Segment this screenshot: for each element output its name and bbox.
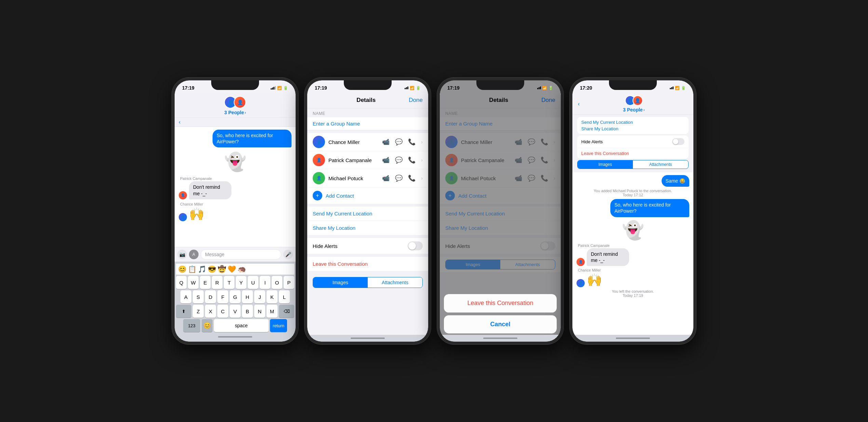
video-icon-chance-2[interactable]: 📹 [382,138,390,146]
done-button-2[interactable]: Done [409,97,423,104]
chevron-chance-2: › [421,139,423,145]
key-c[interactable]: C [217,305,228,318]
bottom-bar-4 [572,335,693,342]
attachments-tab-2[interactable]: Attachments [368,277,422,288]
key-b[interactable]: B [242,305,253,318]
nav-bar-2: Back Details Done [307,93,428,108]
leave-conversation-button-3[interactable]: Leave this Conversation [444,294,557,313]
send-location-2[interactable]: Send My Current Location [307,207,428,221]
key-i[interactable]: I [260,276,270,289]
avatar-patrick-2: 👤 [313,154,325,166]
key-s[interactable]: S [193,290,204,303]
chat-header-1[interactable]: 👤 👤 3 People › [175,93,296,118]
signal-icon-3 [537,87,541,89]
bubble-dontremind-4: Don't remind me -_- [587,248,629,266]
message-incoming-1: Patrick Campanale 👤 Don't remind me -_- [179,176,291,199]
status-icons-3: 📶 🔋 [537,86,553,90]
bubble-same-4: Same 😂 [662,175,689,187]
back-button-1[interactable]: ‹ [179,119,180,125]
send-location-4[interactable]: Send My Current Location [581,119,684,126]
message-input-1[interactable]: Message [201,249,281,260]
key-q[interactable]: Q [176,276,187,289]
avatar-patrick-1: 👤 [179,191,187,199]
key-z[interactable]: Z [193,305,204,318]
key-e[interactable]: E [200,276,211,289]
key-emoji[interactable]: 😊 [202,319,213,332]
segment-control-2: Images Attachments [313,277,423,288]
mic-icon-1[interactable]: 🎤 [283,250,293,259]
key-h[interactable]: H [242,290,253,303]
avatar-chance-1: 👤 [179,213,187,221]
key-n[interactable]: N [254,305,265,318]
time-3: 17:19 [447,85,460,91]
phone-2: 17:19 📶 🔋 Back Details Done NAME Enter a… [304,78,431,344]
group-name-input-2[interactable]: Enter a Group Name [307,117,428,130]
key-t[interactable]: T [224,276,234,289]
key-x[interactable]: X [205,305,216,318]
key-a[interactable]: A [180,290,191,303]
images-tab-4[interactable]: Images [578,160,633,169]
share-location-2[interactable]: Share My Location [307,221,428,235]
toggle-knob-4 [673,139,678,144]
segment-4: Images Attachments [577,160,689,169]
app-icon-1[interactable]: A [189,250,199,259]
key-k[interactable]: K [267,290,277,303]
emoji-bubble-4: 🙌 [587,273,602,287]
message-icon-chance-2[interactable]: 💬 [395,138,403,146]
camera-icon-1[interactable]: 📷 [177,250,187,259]
spacer-2b [307,204,428,207]
key-123[interactable]: 123 [183,319,200,332]
phone-icon-patrick-2[interactable]: 📞 [408,156,416,164]
keyboard-1: 😊 📋 🎵 😎 🤠 🧡 🦔 Q W E R T Y U I [175,262,296,342]
home-indicator-3 [483,338,517,339]
cancel-button-3[interactable]: Cancel [444,315,557,333]
phone-icon-chance-2[interactable]: 📞 [408,138,416,146]
group-avatar-4: 👤 👤 [625,95,643,106]
key-space[interactable]: space [214,319,269,332]
nav-title-2: Details [356,97,376,104]
sender-name-4b: Chance Miller [578,268,601,272]
images-tab-2[interactable]: Images [313,277,368,288]
contact-row-michael-2: 👤 Michael Potuck 📹 💬 📞 › [307,169,428,187]
leave-detail-4[interactable]: Leave this Conversation [577,148,689,159]
key-o[interactable]: O [272,276,282,289]
key-l[interactable]: L [279,290,290,303]
group-info-4[interactable]: 👤 👤 3 People › [580,95,688,113]
phone-icon-michael-2[interactable]: 📞 [408,174,416,182]
hide-alerts-toggle-2[interactable] [408,241,423,250]
group-name-1[interactable]: 3 People › [224,110,246,115]
key-u[interactable]: U [248,276,258,289]
key-r[interactable]: R [212,276,222,289]
key-shift[interactable]: ⬆ [176,305,191,318]
details-scroll-2: NAME Enter a Group Name 👤 Chance Miller … [307,108,428,335]
message-icon-michael-2[interactable]: 💬 [395,174,403,182]
key-p[interactable]: P [284,276,294,289]
attachments-tab-4[interactable]: Attachments [633,160,688,169]
key-g[interactable]: G [230,290,241,303]
key-d[interactable]: D [205,290,216,303]
share-location-4[interactable]: Share My Location [581,126,684,132]
key-return[interactable]: return [270,319,287,332]
key-y[interactable]: Y [236,276,246,289]
bubble-incoming-1: Don't remind me -_- [189,181,231,199]
key-f[interactable]: F [217,290,228,303]
input-area-1: 📷 A Message 🎤 [175,247,296,262]
toggle-4[interactable] [672,138,684,145]
spacer-2c [307,235,428,238]
key-row-2: A S D F G H J K L [176,290,294,303]
leave-row-2[interactable]: Leave this Conversation [307,257,428,271]
group-name-4[interactable]: 3 People › [623,107,645,113]
sender-name-2: Chance Miller [180,202,203,206]
message-icon-patrick-2[interactable]: 💬 [395,156,403,164]
add-contact-row-2[interactable]: + Add Contact [307,187,428,204]
key-w[interactable]: W [188,276,199,289]
signal-icon-4 [670,87,674,89]
avatar-chance-4: 👤 [577,279,585,287]
group-avatar-1: 👤 👤 [224,96,246,108]
key-delete[interactable]: ⌫ [279,305,294,318]
key-v[interactable]: V [230,305,241,318]
key-j[interactable]: J [254,290,265,303]
key-m[interactable]: M [267,305,277,318]
video-icon-michael-2[interactable]: 📹 [382,174,390,182]
video-icon-patrick-2[interactable]: 📹 [382,156,390,164]
